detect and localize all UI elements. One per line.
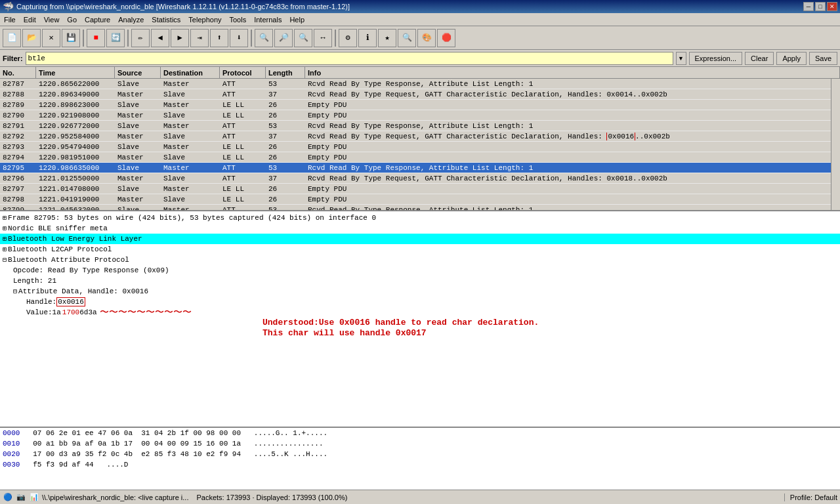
cell-len: 26 <box>266 112 305 119</box>
detail-value-rest: 6d3a <box>79 308 96 316</box>
toolbar-go-bottom[interactable]: ⬇ <box>230 29 248 47</box>
apply-button[interactable]: Apply <box>776 52 807 65</box>
toolbar-zoom-reset[interactable]: 🔍 <box>255 29 273 47</box>
detail-btle: ⊞ Bluetooth Low Energy Link Layer <box>0 234 840 244</box>
menu-item-statistics[interactable]: Statistics <box>148 13 184 26</box>
menu-item-capture[interactable]: Capture <box>81 13 114 26</box>
title-bar-controls: ─ □ ✕ <box>803 2 837 11</box>
cell-no: 82791 <box>0 122 36 130</box>
cell-no: 82790 <box>0 112 36 119</box>
clear-button[interactable]: Clear <box>745 52 774 65</box>
expand-att-icon[interactable]: ⊟ <box>3 256 7 264</box>
restore-button[interactable]: □ <box>815 2 826 11</box>
col-source[interactable]: Source <box>115 67 161 78</box>
status-icon-2: 📷 <box>16 492 26 503</box>
cell-dst: Master <box>161 80 220 88</box>
toolbar-find[interactable]: 🔍 <box>398 29 416 47</box>
expand-nordic-icon[interactable]: ⊞ <box>3 224 7 232</box>
toolbar-save[interactable]: 💾 <box>62 29 80 47</box>
cell-time: 1220.865622000 <box>36 80 115 88</box>
hex-row: 0000 07 06 2e 01 ee 47 06 0a 31 04 2b 1f… <box>3 429 837 440</box>
col-destination[interactable]: Destination <box>161 67 220 78</box>
table-row[interactable]: 82790 1220.921908000 Master Slave LE LL … <box>0 110 840 121</box>
cell-no: 82787 <box>0 80 36 88</box>
toolbar-open[interactable]: 📂 <box>22 29 41 47</box>
col-length[interactable]: Length <box>266 67 305 78</box>
toolbar-colorize[interactable]: 🎨 <box>417 29 436 47</box>
toolbar-resize[interactable]: ↔ <box>314 29 332 47</box>
menu-item-internals[interactable]: Internals <box>250 13 285 26</box>
expand-btle-icon[interactable]: ⊞ <box>3 235 7 243</box>
toolbar-zoom-out[interactable]: 🔍 <box>294 29 312 47</box>
cell-proto: LE LL <box>220 112 266 119</box>
cell-src: Slave <box>115 164 161 172</box>
menu-item-file[interactable]: File <box>0 13 20 26</box>
table-row[interactable]: 82796 1221.012550000 Master Slave ATT 37… <box>0 173 840 184</box>
toolbar-close[interactable]: ✕ <box>42 29 60 47</box>
toolbar-stop-cap[interactable]: 🛑 <box>437 29 455 47</box>
toolbar-capture-opts[interactable]: ⚙ <box>339 29 357 47</box>
detail-value: Value: 1a 1700 6d3a 〜〜〜〜〜〜〜〜〜〜 <box>0 307 840 318</box>
expand-attr-icon[interactable]: ⊟ <box>13 287 17 295</box>
table-row[interactable]: 82799 1221.045632000 Slave Master ATT 53… <box>0 205 840 211</box>
menu-item-go[interactable]: Go <box>63 13 81 26</box>
title-bar: 🦈 Capturing from \\pipe\wireshark_nordic… <box>0 0 840 13</box>
table-row[interactable]: 82795 1220.986635000 Slave Master ATT 53… <box>0 163 840 173</box>
menu-item-view[interactable]: View <box>40 13 64 26</box>
col-no[interactable]: No. <box>0 67 36 78</box>
toolbar-stop[interactable]: ■ <box>87 29 105 47</box>
close-button[interactable]: ✕ <box>827 2 837 11</box>
filter-input[interactable]: btle <box>26 52 673 65</box>
table-row[interactable]: 82793 1220.954794000 Slave Master LE LL … <box>0 142 840 152</box>
detail-value-label: Value: <box>26 308 52 316</box>
save-button[interactable]: Save <box>809 52 837 65</box>
cell-info: Empty PDU <box>305 112 840 119</box>
toolbar-zoom-in[interactable]: 🔎 <box>274 29 293 47</box>
table-row[interactable]: 82789 1220.898623000 Slave Master LE LL … <box>0 100 840 110</box>
minimize-button[interactable]: ─ <box>803 2 814 11</box>
menu-item-analyze[interactable]: Analyze <box>114 13 148 26</box>
toolbar-mark[interactable]: ★ <box>378 29 396 47</box>
toolbar-back[interactable]: ◀ <box>151 29 169 47</box>
toolbar-sep1 <box>83 30 84 47</box>
detail-value-squiggle: 〜〜〜〜〜〜〜〜〜〜 <box>100 306 192 318</box>
toolbar-capture-info[interactable]: ℹ <box>358 29 377 47</box>
col-info[interactable]: Info <box>305 67 840 78</box>
toolbar-fwd[interactable]: ▶ <box>171 29 189 47</box>
table-row[interactable]: 82797 1221.014708000 Slave Master LE LL … <box>0 184 840 194</box>
packet-list-body[interactable]: 82787 1220.865622000 Slave Master ATT 53… <box>0 79 840 211</box>
cell-proto: LE LL <box>220 185 266 193</box>
cell-dst: Master <box>161 164 220 172</box>
cell-info: Empty PDU <box>305 196 840 203</box>
packet-list-scrollbar[interactable] <box>831 79 840 211</box>
hex-offset: 0020 <box>3 450 20 458</box>
cell-no: 82797 <box>0 185 36 193</box>
expand-l2cap-icon[interactable]: ⊞ <box>3 245 7 253</box>
filter-dropdown[interactable]: ▼ <box>676 52 686 65</box>
toolbar-go-top[interactable]: ⬆ <box>210 29 228 47</box>
col-protocol[interactable]: Protocol <box>220 67 266 78</box>
toolbar-restart[interactable]: 🔄 <box>106 29 125 47</box>
detail-frame-text: Frame 82795: 53 bytes on wire (424 bits)… <box>8 214 376 222</box>
table-row[interactable]: 82787 1220.865622000 Slave Master ATT 53… <box>0 79 840 89</box>
toolbar-new[interactable]: 📄 <box>3 29 21 47</box>
col-time[interactable]: Time <box>36 67 115 78</box>
cell-proto: ATT <box>220 122 266 130</box>
expression-button[interactable]: Expression... <box>689 52 743 65</box>
menu-item-help[interactable]: Help <box>285 13 308 26</box>
detail-opcode-text: Opcode: Read By Type Response (0x09) <box>13 266 169 274</box>
expand-frame-icon[interactable]: ⊞ <box>3 214 7 222</box>
toolbar-jump[interactable]: ⇥ <box>190 29 209 47</box>
toolbar-edit-filter[interactable]: ✏️ <box>131 29 150 47</box>
menu-item-telephony[interactable]: Telephony <box>184 13 225 26</box>
hex-pane: 0000 07 06 2e 01 ee 47 06 0a 31 04 2b 1f… <box>0 428 840 491</box>
table-row[interactable]: 82788 1220.896349000 Master Slave ATT 37… <box>0 89 840 100</box>
table-row[interactable]: 82792 1220.952584000 Master Slave ATT 37… <box>0 131 840 142</box>
table-row[interactable]: 82798 1221.041919000 Master Slave LE LL … <box>0 194 840 205</box>
cell-len: 53 <box>266 80 305 88</box>
table-row[interactable]: 82794 1220.981951000 Master Slave LE LL … <box>0 152 840 163</box>
table-row[interactable]: 82791 1220.926772000 Slave Master ATT 53… <box>0 121 840 131</box>
menu-item-tools[interactable]: Tools <box>226 13 251 26</box>
menu-item-edit[interactable]: Edit <box>20 13 40 26</box>
cell-info: Empty PDU <box>305 185 840 193</box>
